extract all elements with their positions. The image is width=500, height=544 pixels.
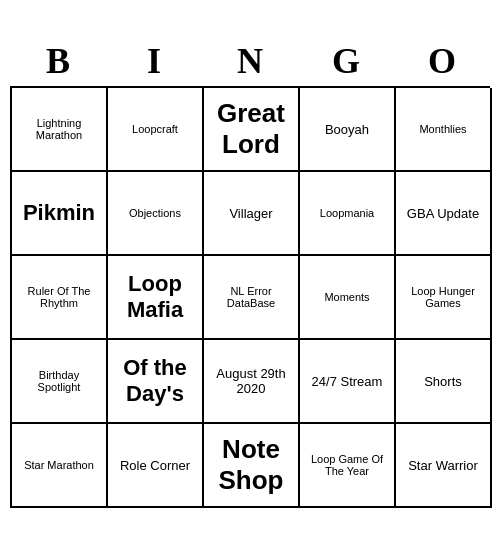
cell-label: Moments	[324, 291, 369, 303]
cell-label: August 29th 2020	[208, 366, 294, 396]
cell-label: Star Warrior	[408, 458, 478, 473]
cell-label: Ruler Of The Rhythm	[16, 285, 102, 309]
bingo-cell: Star Marathon	[12, 424, 108, 508]
bingo-cell: Moments	[300, 256, 396, 340]
cell-label: NL Error DataBase	[208, 285, 294, 309]
cell-label: Pikmin	[23, 200, 95, 226]
bingo-cell: Star Warrior	[396, 424, 492, 508]
bingo-letter: O	[398, 40, 486, 82]
bingo-letter: N	[206, 40, 294, 82]
cell-label: Loop Game Of The Year	[304, 453, 390, 477]
bingo-cell: Villager	[204, 172, 300, 256]
bingo-cell: Monthlies	[396, 88, 492, 172]
cell-label: Loopcraft	[132, 123, 178, 135]
cell-label: GBA Update	[407, 206, 479, 221]
bingo-cell: Loop Hunger Games	[396, 256, 492, 340]
cell-label: Objections	[129, 207, 181, 219]
bingo-cell: Note Shop	[204, 424, 300, 508]
cell-label: Lightning Marathon	[16, 117, 102, 141]
bingo-card: BINGO Lightning MarathonLoopcraftGreat L…	[10, 36, 490, 508]
cell-label: Loopmania	[320, 207, 374, 219]
cell-label: Of the Day's	[112, 355, 198, 407]
bingo-cell: Loopmania	[300, 172, 396, 256]
bingo-cell: August 29th 2020	[204, 340, 300, 424]
bingo-cell: Loop Mafia	[108, 256, 204, 340]
cell-label: Birthday Spotlight	[16, 369, 102, 393]
bingo-cell: Ruler Of The Rhythm	[12, 256, 108, 340]
bingo-letter: B	[14, 40, 102, 82]
bingo-cell: Loopcraft	[108, 88, 204, 172]
cell-label: Loop Mafia	[112, 271, 198, 323]
cell-label: Villager	[229, 206, 272, 221]
bingo-cell: Lightning Marathon	[12, 88, 108, 172]
bingo-cell: Objections	[108, 172, 204, 256]
cell-label: Loop Hunger Games	[400, 285, 486, 309]
bingo-cell: Great Lord	[204, 88, 300, 172]
bingo-cell: 24/7 Stream	[300, 340, 396, 424]
cell-label: Great Lord	[208, 98, 294, 160]
cell-label: Role Corner	[120, 458, 190, 473]
bingo-letter: I	[110, 40, 198, 82]
bingo-cell: NL Error DataBase	[204, 256, 300, 340]
bingo-cell: Shorts	[396, 340, 492, 424]
cell-label: 24/7 Stream	[312, 374, 383, 389]
cell-label: Shorts	[424, 374, 462, 389]
bingo-cell: GBA Update	[396, 172, 492, 256]
bingo-cell: Pikmin	[12, 172, 108, 256]
cell-label: Booyah	[325, 122, 369, 137]
bingo-cell: Booyah	[300, 88, 396, 172]
cell-label: Monthlies	[419, 123, 466, 135]
bingo-header: BINGO	[10, 36, 490, 86]
bingo-cell: Of the Day's	[108, 340, 204, 424]
bingo-cell: Birthday Spotlight	[12, 340, 108, 424]
bingo-cell: Loop Game Of The Year	[300, 424, 396, 508]
cell-label: Star Marathon	[24, 459, 94, 471]
bingo-cell: Role Corner	[108, 424, 204, 508]
cell-label: Note Shop	[208, 434, 294, 496]
bingo-grid: Lightning MarathonLoopcraftGreat LordBoo…	[10, 86, 490, 508]
bingo-letter: G	[302, 40, 390, 82]
